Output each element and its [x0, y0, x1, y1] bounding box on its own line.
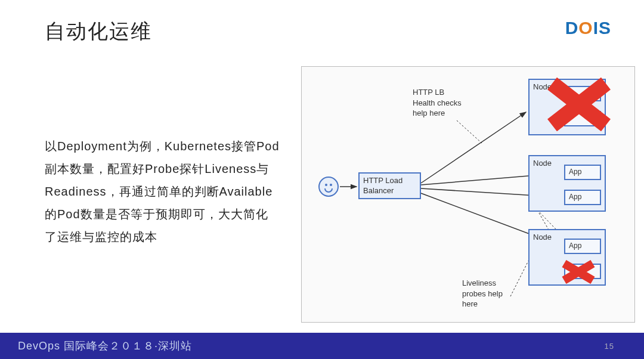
node-box-1: Node — [528, 79, 606, 135]
svg-line-5 — [457, 120, 482, 143]
svg-line-1 — [421, 112, 526, 183]
app-box: App — [564, 165, 601, 180]
user-icon — [318, 177, 339, 197]
page-number: 15 — [605, 342, 626, 351]
annotation-health-checks: HTTP LB Health checks help here — [413, 87, 466, 119]
app-box — [564, 86, 601, 101]
app-box: App — [564, 190, 601, 205]
app-box: App — [564, 239, 601, 254]
app-box — [564, 264, 601, 279]
description-paragraph: 以Deployment为例，Kubernetes接管Pod副本数量，配置好Pro… — [45, 135, 280, 248]
node-label: Node — [533, 159, 552, 168]
node-label: Node — [533, 82, 552, 91]
node-box-3: Node App — [528, 229, 606, 286]
slide-title: 自动化运维 — [45, 18, 152, 45]
dois-logo: DOIS — [565, 18, 611, 38]
http-load-balancer-box: HTTP Load Balancer — [358, 172, 421, 199]
node-label: Node — [533, 233, 552, 242]
footer-text: DevOps 国际峰会２０１８·深圳站 — [18, 339, 192, 353]
footer-bar: DevOps 国际峰会２０１８·深圳站 15 — [0, 333, 644, 359]
annotation-liveliness-probes: Liveliness probes help here — [462, 278, 516, 310]
app-box — [564, 111, 601, 126]
architecture-diagram: HTTP Load Balancer Node Node App App — [301, 66, 635, 323]
node-box-2: Node App App — [528, 155, 606, 212]
